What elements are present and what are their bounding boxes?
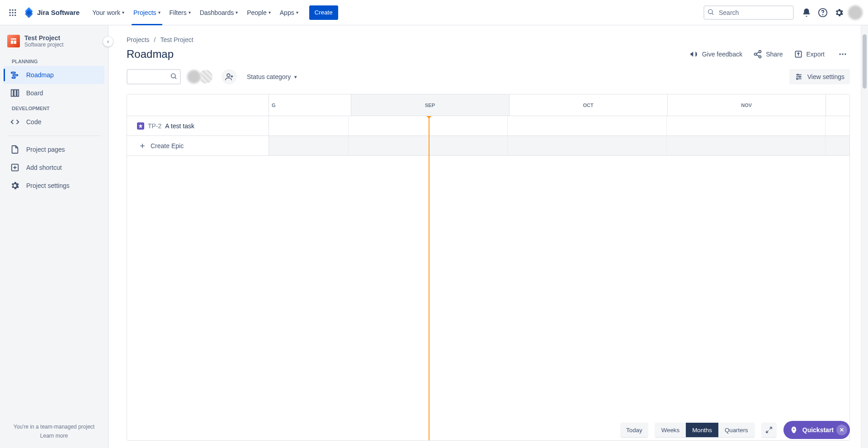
zoom-months[interactable]: Months bbox=[686, 423, 718, 437]
svg-point-12 bbox=[823, 14, 823, 15]
nav-projects[interactable]: Projects▾ bbox=[130, 0, 164, 25]
roadmap-bottom-controls: Today Weeks Months Quarters Quickstart ✕ bbox=[621, 421, 850, 439]
export-button[interactable]: Export bbox=[794, 50, 825, 59]
chevron-down-icon: ▾ bbox=[189, 10, 191, 15]
view-settings-button[interactable]: View settings bbox=[789, 69, 850, 84]
roadmap-icon bbox=[10, 70, 20, 80]
section-planning-label: PLANNING bbox=[4, 55, 104, 66]
svg-point-42 bbox=[797, 78, 798, 79]
profile-avatar[interactable] bbox=[848, 5, 863, 20]
nav-your-work[interactable]: Your work▾ bbox=[89, 0, 128, 25]
month-col: G bbox=[269, 94, 351, 116]
create-epic-row[interactable]: Create Epic bbox=[127, 136, 849, 156]
sliders-icon bbox=[795, 73, 803, 81]
svg-line-33 bbox=[175, 78, 176, 79]
project-sidebar: ‹ Test Project Software project PLANNING… bbox=[0, 25, 108, 448]
scrollbar-thumb[interactable] bbox=[863, 34, 867, 89]
search-icon bbox=[707, 8, 714, 17]
nav-label: People bbox=[247, 9, 267, 16]
app-switcher[interactable] bbox=[5, 5, 20, 20]
sidebar-item-pages[interactable]: Project pages bbox=[4, 140, 104, 159]
roadmap-toolbar: Status category ▾ View settings bbox=[127, 69, 850, 85]
quickstart-pill[interactable]: Quickstart ✕ bbox=[783, 421, 850, 439]
svg-line-46 bbox=[766, 430, 769, 433]
settings-button[interactable] bbox=[832, 5, 846, 20]
svg-line-25 bbox=[756, 52, 759, 53]
sidebar-item-shortcut[interactable]: Add shortcut bbox=[4, 159, 104, 177]
sidebar-item-label: Roadmap bbox=[26, 71, 54, 79]
code-icon bbox=[10, 117, 20, 127]
svg-line-10 bbox=[712, 13, 713, 14]
pages-icon bbox=[10, 145, 20, 154]
nav-apps[interactable]: Apps▾ bbox=[276, 0, 302, 25]
notifications-button[interactable] bbox=[799, 5, 814, 20]
month-col: OCT bbox=[509, 94, 668, 116]
search-input[interactable] bbox=[703, 5, 794, 20]
add-person-icon bbox=[225, 72, 234, 81]
svg-rect-18 bbox=[17, 90, 19, 97]
chevron-down-icon: ▾ bbox=[158, 10, 160, 15]
month-col: NOV bbox=[668, 94, 826, 116]
plus-icon bbox=[139, 142, 146, 149]
fullscreen-button[interactable] bbox=[762, 423, 776, 437]
sidebar-item-board[interactable]: Board bbox=[4, 84, 104, 102]
svg-rect-13 bbox=[11, 72, 15, 74]
status-category-dropdown[interactable]: Status category ▾ bbox=[242, 69, 302, 84]
create-button[interactable]: Create bbox=[309, 5, 338, 20]
zoom-quarters[interactable]: Quarters bbox=[718, 423, 755, 437]
bell-icon bbox=[802, 8, 811, 18]
help-button[interactable] bbox=[816, 5, 830, 20]
svg-point-7 bbox=[12, 14, 13, 16]
expand-icon bbox=[765, 426, 773, 434]
rocket-icon bbox=[790, 426, 798, 434]
breadcrumb: Projects / Test Project bbox=[127, 36, 850, 43]
share-button[interactable]: Share bbox=[753, 50, 783, 59]
project-header[interactable]: Test Project Software project bbox=[4, 34, 104, 55]
today-button[interactable]: Today bbox=[621, 423, 648, 437]
dots-icon bbox=[838, 50, 847, 59]
view-settings-label: View settings bbox=[807, 73, 844, 80]
crumb-projects[interactable]: Projects bbox=[127, 36, 150, 43]
scrollbar[interactable] bbox=[861, 25, 868, 448]
feedback-button[interactable]: Give feedback bbox=[689, 50, 743, 59]
svg-point-4 bbox=[12, 12, 13, 13]
svg-point-1 bbox=[12, 9, 13, 10]
sidebar-item-label: Code bbox=[26, 118, 41, 126]
sidebar-item-settings[interactable]: Project settings bbox=[4, 177, 104, 195]
more-actions[interactable] bbox=[835, 47, 850, 61]
quickstart-close[interactable]: ✕ bbox=[836, 425, 847, 435]
sidebar-item-roadmap[interactable]: Roadmap bbox=[4, 66, 104, 84]
task-key: TP-2 bbox=[148, 122, 161, 130]
roadmap-row[interactable]: TP-2 A test task bbox=[127, 116, 849, 136]
assignee-filter[interactable] bbox=[186, 69, 213, 84]
nav-dashboards[interactable]: Dashboards▾ bbox=[196, 0, 242, 25]
chevron-down-icon: ▾ bbox=[269, 10, 271, 15]
nav-filters[interactable]: Filters▾ bbox=[166, 0, 194, 25]
logo-text: Jira Software bbox=[37, 9, 80, 16]
sidebar-item-label: Add shortcut bbox=[26, 164, 62, 171]
learn-more-link[interactable]: Learn more bbox=[7, 433, 101, 439]
share-label: Share bbox=[766, 51, 783, 58]
svg-rect-17 bbox=[14, 90, 16, 97]
add-people-button[interactable] bbox=[222, 69, 237, 84]
crumb-project[interactable]: Test Project bbox=[160, 36, 193, 43]
svg-point-23 bbox=[755, 53, 757, 56]
create-epic-label: Create Epic bbox=[151, 142, 184, 149]
sidebar-toggle[interactable]: ‹ bbox=[103, 36, 113, 47]
svg-point-6 bbox=[9, 14, 11, 16]
zoom-weeks[interactable]: Weeks bbox=[655, 423, 686, 437]
chevron-down-icon: ▾ bbox=[122, 10, 124, 15]
svg-point-40 bbox=[797, 74, 798, 75]
jira-logo[interactable]: Jira Software bbox=[24, 7, 80, 18]
global-search bbox=[703, 5, 794, 20]
nav-people[interactable]: People▾ bbox=[243, 0, 274, 25]
roadmap-body[interactable]: TP-2 A test task Create Epic bbox=[127, 116, 849, 440]
nav-label: Filters bbox=[170, 9, 187, 16]
sidebar-item-code[interactable]: Code bbox=[4, 113, 104, 131]
svg-point-3 bbox=[9, 12, 11, 13]
roadmap-grid: G SEP OCT NOV TP-2 A test task bbox=[127, 94, 850, 441]
project-avatar bbox=[7, 35, 20, 47]
sidebar-item-label: Project pages bbox=[26, 146, 65, 153]
svg-point-0 bbox=[9, 9, 11, 10]
svg-point-2 bbox=[14, 9, 16, 10]
